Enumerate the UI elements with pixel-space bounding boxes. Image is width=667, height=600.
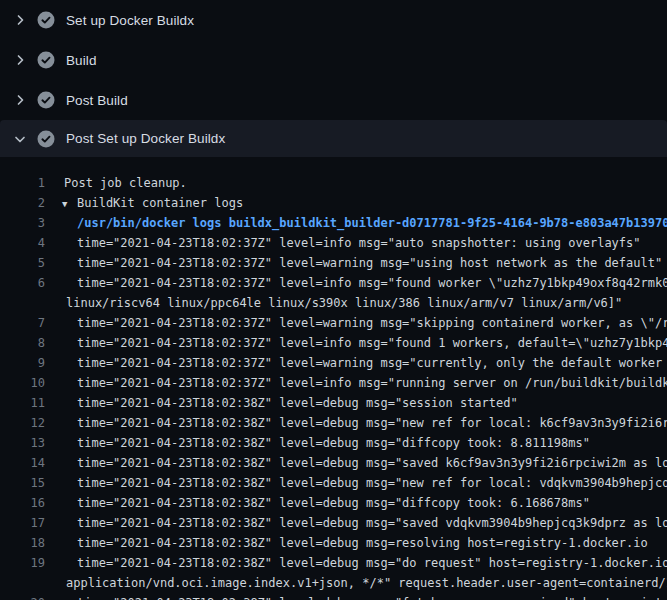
log-line: 9time="2021-04-23T18:02:37Z" level=warni… xyxy=(0,353,667,373)
log-line: 17time="2021-04-23T18:02:38Z" level=debu… xyxy=(0,513,667,533)
log-line: 8time="2021-04-23T18:02:37Z" level=info … xyxy=(0,333,667,353)
log-text: Post job cleanup. xyxy=(64,173,187,193)
step-header-post-set-up-docker-buildx[interactable]: Post Set up Docker Buildx xyxy=(0,120,667,157)
caret-down-icon[interactable]: ▼ xyxy=(62,194,77,213)
log-line: 7time="2021-04-23T18:02:37Z" level=warni… xyxy=(0,313,667,333)
line-number[interactable]: 13 xyxy=(0,433,45,453)
line-number[interactable]: 10 xyxy=(0,373,45,393)
line-number[interactable]: 9 xyxy=(0,353,45,373)
step-header-post-build[interactable]: Post Build xyxy=(0,80,667,120)
line-number[interactable]: 19 xyxy=(0,553,45,573)
log-text: time="2021-04-23T18:02:38Z" level=debug … xyxy=(77,493,590,513)
log-line: 12time="2021-04-23T18:02:38Z" level=debu… xyxy=(0,413,667,433)
step-label: Set up Docker Buildx xyxy=(66,13,194,28)
check-circle-icon xyxy=(37,11,55,29)
log-text: time="2021-04-23T18:02:38Z" level=debug … xyxy=(77,473,667,493)
log-text: time="2021-04-23T18:02:38Z" level=debug … xyxy=(77,533,648,553)
log-text: time="2021-04-23T18:02:37Z" level=info m… xyxy=(77,373,667,393)
line-number[interactable]: 15 xyxy=(0,473,45,493)
step-header-set-up-docker-buildx[interactable]: Set up Docker Buildx xyxy=(0,0,667,40)
log-line: 6time="2021-04-23T18:02:37Z" level=info … xyxy=(0,273,667,293)
log-line: 15time="2021-04-23T18:02:38Z" level=debu… xyxy=(0,473,667,493)
line-number xyxy=(0,293,45,313)
step-header-build[interactable]: Build xyxy=(0,40,667,80)
log-command-text: /usr/bin/docker logs buildx_buildkit_bui… xyxy=(77,213,667,233)
check-circle-icon xyxy=(37,91,55,109)
log-line: 4time="2021-04-23T18:02:37Z" level=info … xyxy=(0,233,667,253)
line-number[interactable]: 12 xyxy=(0,413,45,433)
line-number[interactable]: 11 xyxy=(0,393,45,413)
log-text: time="2021-04-23T18:02:38Z" level=debug … xyxy=(77,593,667,600)
chevron-right-icon xyxy=(12,52,28,68)
line-number xyxy=(0,573,45,593)
log-text: time="2021-04-23T18:02:38Z" level=debug … xyxy=(77,413,667,433)
line-number[interactable]: 4 xyxy=(0,233,45,253)
line-number[interactable]: 3 xyxy=(0,213,45,233)
line-number[interactable]: 1 xyxy=(0,173,45,193)
line-number[interactable]: 8 xyxy=(0,333,45,353)
step-label: Post Build xyxy=(66,93,128,108)
log-text: time="2021-04-23T18:02:37Z" level=warnin… xyxy=(77,253,662,273)
log-text: time="2021-04-23T18:02:37Z" level=info m… xyxy=(77,233,641,253)
log-text: time="2021-04-23T18:02:38Z" level=debug … xyxy=(77,453,667,473)
line-number[interactable]: 16 xyxy=(0,493,45,513)
log-line: 10time="2021-04-23T18:02:37Z" level=info… xyxy=(0,373,667,393)
log-text: time="2021-04-23T18:02:38Z" level=debug … xyxy=(77,553,667,573)
log-text: time="2021-04-23T18:02:37Z" level=info m… xyxy=(77,333,667,353)
step-label: Post Set up Docker Buildx xyxy=(66,131,225,146)
check-circle-icon xyxy=(37,130,55,148)
line-number[interactable]: 18 xyxy=(0,533,45,553)
line-number[interactable]: 6 xyxy=(0,273,45,293)
line-number[interactable]: 2 xyxy=(0,193,45,213)
log-line: application/vnd.oci.image.index.v1+json,… xyxy=(0,573,667,593)
log-line: 1Post job cleanup. xyxy=(0,173,667,193)
chevron-right-icon xyxy=(12,12,28,28)
chevron-right-icon xyxy=(12,92,28,108)
log-line: 2▼BuildKit container logs xyxy=(0,193,667,213)
line-number[interactable]: 7 xyxy=(0,313,45,333)
log-text: time="2021-04-23T18:02:37Z" level=warnin… xyxy=(77,313,667,333)
log-text: time="2021-04-23T18:02:38Z" level=debug … xyxy=(77,513,667,533)
log-line: 19time="2021-04-23T18:02:38Z" level=debu… xyxy=(0,553,667,573)
log-line: 5time="2021-04-23T18:02:37Z" level=warni… xyxy=(0,253,667,273)
log-line: linux/riscv64 linux/ppc64le linux/s390x … xyxy=(0,293,667,313)
log-text: time="2021-04-23T18:02:37Z" level=info m… xyxy=(77,273,667,293)
log-line: 16time="2021-04-23T18:02:38Z" level=debu… xyxy=(0,493,667,513)
log-line: 18time="2021-04-23T18:02:38Z" level=debu… xyxy=(0,533,667,553)
log-line: 20time="2021-04-23T18:02:38Z" level=debu… xyxy=(0,593,667,600)
log-text: time="2021-04-23T18:02:38Z" level=debug … xyxy=(77,433,590,453)
log-line: 13time="2021-04-23T18:02:38Z" level=debu… xyxy=(0,433,667,453)
line-number[interactable]: 14 xyxy=(0,453,45,473)
log-text: ▼BuildKit container logs xyxy=(62,193,243,213)
steps-list: Set up Docker BuildxBuildPost BuildPost … xyxy=(0,0,667,157)
check-circle-icon xyxy=(37,51,55,69)
line-number[interactable]: 5 xyxy=(0,253,45,273)
log-line: 14time="2021-04-23T18:02:38Z" level=debu… xyxy=(0,453,667,473)
line-number[interactable]: 17 xyxy=(0,513,45,533)
log-line: 3/usr/bin/docker logs buildx_buildkit_bu… xyxy=(0,213,667,233)
log-text: time="2021-04-23T18:02:38Z" level=debug … xyxy=(77,393,518,413)
log-text: time="2021-04-23T18:02:37Z" level=warnin… xyxy=(77,353,667,373)
log-viewer: 1Post job cleanup.2▼BuildKit container l… xyxy=(0,157,667,600)
log-line: 11time="2021-04-23T18:02:38Z" level=debu… xyxy=(0,393,667,413)
line-number[interactable]: 20 xyxy=(0,593,45,600)
step-label: Build xyxy=(66,53,97,68)
log-text: linux/riscv64 linux/ppc64le linux/s390x … xyxy=(66,293,622,313)
chevron-down-icon xyxy=(12,131,28,147)
log-text: application/vnd.oci.image.index.v1+json,… xyxy=(66,573,667,593)
